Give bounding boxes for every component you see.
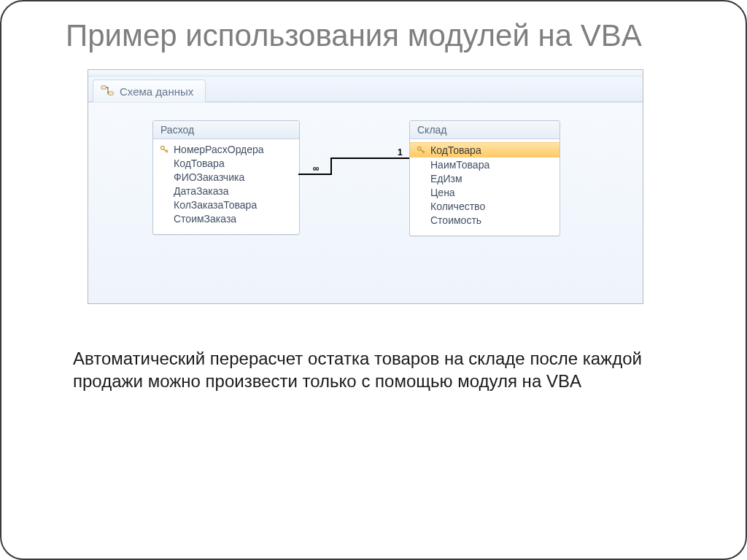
key-icon bbox=[159, 145, 169, 154]
table-sklad[interactable]: Склад КодТовараНаимТовараЕдИзмЦенаКоличе… bbox=[409, 120, 560, 236]
table-header: Расход bbox=[153, 121, 299, 139]
field-label: КодТовара bbox=[174, 158, 225, 169]
field-row[interactable]: ФИОЗаказчика bbox=[153, 170, 299, 184]
screenshot-access: Схема данных Расход НомерРасхОрдераКодТо… bbox=[88, 69, 643, 304]
field-row[interactable]: Цена bbox=[410, 185, 560, 199]
field-label: Количество bbox=[430, 201, 485, 212]
field-label: ФИОЗаказчика bbox=[174, 171, 244, 183]
field-label: КолЗаказаТовара bbox=[174, 199, 257, 211]
field-row[interactable]: Количество bbox=[410, 199, 560, 213]
slide: Пример использования модулей на VBA Схем… bbox=[0, 0, 747, 560]
field-label: Стоимость bbox=[430, 214, 481, 226]
field-row[interactable]: КолЗаказаТовара bbox=[153, 198, 299, 211]
field-label: КодТовара bbox=[430, 144, 481, 156]
field-row[interactable]: КодТовара bbox=[153, 156, 299, 170]
relationship-icon bbox=[101, 84, 114, 99]
field-row[interactable]: НаимТовара bbox=[410, 158, 560, 171]
svg-rect-1 bbox=[109, 92, 113, 96]
field-label: НомерРасхОрдера bbox=[174, 144, 264, 155]
field-list: НомерРасхОрдераКодТовараФИОЗаказчикаДата… bbox=[153, 139, 299, 234]
tab-schema[interactable]: Схема данных bbox=[93, 79, 206, 102]
field-label: СтоимЗаказа bbox=[174, 213, 236, 225]
slide-title: Пример использования модулей на VBA bbox=[66, 19, 708, 52]
table-header: Склад bbox=[410, 121, 560, 139]
cardinality-many-label: ∞ bbox=[313, 163, 320, 174]
field-row[interactable]: СтоимЗаказа bbox=[153, 211, 299, 225]
key-icon bbox=[416, 146, 426, 155]
field-row[interactable]: ЕдИзм bbox=[410, 171, 560, 185]
field-label: ЕдИзм bbox=[430, 173, 462, 184]
field-row[interactable]: КодТовара bbox=[410, 142, 560, 158]
relationship-line[interactable]: ∞ 1 bbox=[298, 158, 409, 179]
cardinality-one-label: 1 bbox=[398, 147, 403, 158]
table-rashod[interactable]: Расход НомерРасхОрдераКодТовараФИОЗаказч… bbox=[152, 120, 300, 235]
field-label: Цена bbox=[430, 187, 455, 198]
svg-rect-0 bbox=[101, 86, 106, 90]
field-row[interactable]: Стоимость bbox=[410, 213, 560, 227]
tab-bar: Схема данных bbox=[88, 77, 643, 102]
field-list: КодТовараНаимТовараЕдИзмЦенаКоличествоСт… bbox=[410, 139, 560, 236]
relationship-canvas[interactable]: Расход НомерРасхОрдераКодТовараФИОЗаказч… bbox=[88, 102, 643, 304]
field-label: ДатаЗаказа bbox=[174, 185, 229, 197]
field-label: НаимТовара bbox=[430, 159, 489, 171]
tab-label: Схема данных bbox=[120, 85, 193, 98]
field-row[interactable]: НомерРасхОрдера bbox=[153, 142, 299, 156]
field-row[interactable]: ДатаЗаказа bbox=[153, 184, 299, 198]
slide-body-text: Автоматический перерасчет остатка товаро… bbox=[73, 348, 674, 392]
ribbon-gap bbox=[88, 70, 643, 77]
